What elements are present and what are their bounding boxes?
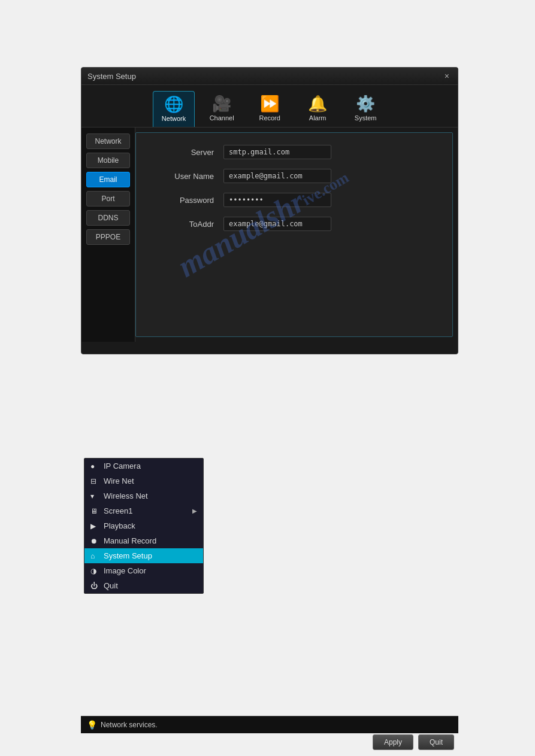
menu-item-wireless-net[interactable]: ▾ Wireless Net xyxy=(84,488,203,503)
sidebar-pppoe-btn[interactable]: PPPOE xyxy=(86,229,130,245)
tab-record-label: Record xyxy=(259,114,280,122)
toaddr-label: ToAddr xyxy=(154,220,214,229)
quit-icon: ⏻ xyxy=(90,582,101,590)
dialog-content: Network Mobile Email Port DDNS PPPOE Ser… xyxy=(81,127,458,342)
menu-item-ip-camera-label: IP Camera xyxy=(104,462,141,470)
email-form: Server User Name Password ToAddr xyxy=(135,132,453,337)
menu-item-wire-net[interactable]: ⊟ Wire Net xyxy=(84,473,203,488)
alarm-icon: 🔔 xyxy=(308,95,327,113)
toaddr-row: ToAddr xyxy=(154,217,434,231)
menu-item-playback[interactable]: ▶ Playback xyxy=(84,518,203,533)
tab-channel[interactable]: 🎥 Channel xyxy=(201,91,243,127)
username-input[interactable] xyxy=(223,169,331,183)
tab-network-label: Network xyxy=(162,115,186,122)
system-icon: ⚙️ xyxy=(356,95,375,113)
tab-network[interactable]: 🌐 Network xyxy=(153,91,195,127)
username-label: User Name xyxy=(154,172,214,181)
menu-item-quit[interactable]: ⏻ Quit xyxy=(84,578,203,593)
tab-alarm[interactable]: 🔔 Alarm xyxy=(297,91,338,127)
menu-item-image-color[interactable]: ◑ Image Color xyxy=(84,563,203,578)
screen1-arrow-icon: ▶ xyxy=(192,508,197,514)
tab-system-label: System xyxy=(355,114,377,122)
tab-record[interactable]: ⏩ Record xyxy=(249,91,291,127)
menu-item-image-color-label: Image Color xyxy=(104,566,146,575)
record-icon: ⏩ xyxy=(260,95,279,113)
server-label: Server xyxy=(154,148,214,157)
screen1-icon: 🖥 xyxy=(90,507,101,515)
sidebar-port-btn[interactable]: Port xyxy=(86,191,130,207)
password-input[interactable] xyxy=(223,193,331,207)
menu-item-screen1[interactable]: 🖥 Screen1 ▶ xyxy=(84,503,203,518)
tab-channel-label: Channel xyxy=(210,114,234,122)
system-setup-icon: ⌂ xyxy=(90,552,101,560)
sidebar-network-btn[interactable]: Network xyxy=(86,133,130,149)
sidebar-ddns-btn[interactable]: DDNS xyxy=(86,210,130,226)
dialog-title: System Setup xyxy=(87,72,136,81)
wire-net-icon: ⊟ xyxy=(90,477,101,485)
sidebar-mobile-btn[interactable]: Mobile xyxy=(86,153,130,168)
server-input[interactable] xyxy=(223,145,331,159)
channel-icon: 🎥 xyxy=(212,95,231,113)
menu-item-wireless-net-label: Wireless Net xyxy=(104,491,148,500)
tab-alarm-label: Alarm xyxy=(309,114,327,122)
menu-item-manual-record[interactable]: ⏺ Manual Record xyxy=(84,533,203,548)
wireless-net-icon: ▾ xyxy=(90,492,101,500)
password-label: Password xyxy=(154,196,214,205)
apply-button[interactable]: Apply xyxy=(373,734,413,750)
dialog-buttons: Apply Quit xyxy=(373,734,454,750)
status-text: Network services. xyxy=(101,721,158,729)
dialog-close-button[interactable]: × xyxy=(442,71,452,81)
status-icon: 💡 xyxy=(87,720,97,730)
menu-item-quit-label: Quit xyxy=(104,581,118,590)
manual-record-icon: ⏺ xyxy=(90,537,101,545)
context-menu: ● IP Camera ⊟ Wire Net ▾ Wireless Net 🖥 … xyxy=(84,458,204,594)
password-row: Password xyxy=(154,193,434,207)
system-setup-dialog: System Setup × 🌐 Network 🎥 Channel ⏩ Rec… xyxy=(81,67,458,354)
dialog-titlebar: System Setup × xyxy=(81,68,458,85)
server-row: Server xyxy=(154,145,434,159)
menu-item-ip-camera[interactable]: ● IP Camera xyxy=(84,459,203,473)
status-bar: 💡 Network services. xyxy=(81,716,458,733)
tab-bar: 🌐 Network 🎥 Channel ⏩ Record 🔔 Alarm ⚙️ … xyxy=(81,85,458,127)
menu-item-manual-record-label: Manual Record xyxy=(104,536,156,545)
ip-camera-icon: ● xyxy=(90,462,101,470)
quit-button[interactable]: Quit xyxy=(418,734,454,750)
menu-item-system-setup-label: System Setup xyxy=(104,551,152,560)
network-icon: 🌐 xyxy=(164,95,183,114)
toaddr-input[interactable] xyxy=(223,217,331,231)
sidebar: Network Mobile Email Port DDNS PPPOE xyxy=(81,127,135,342)
menu-item-system-setup[interactable]: ⌂ System Setup xyxy=(84,548,203,563)
image-color-icon: ◑ xyxy=(90,567,101,575)
menu-item-playback-label: Playback xyxy=(104,521,135,530)
username-row: User Name xyxy=(154,169,434,183)
sidebar-email-btn[interactable]: Email xyxy=(86,172,130,187)
menu-item-screen1-label: Screen1 xyxy=(104,506,132,515)
menu-item-wire-net-label: Wire Net xyxy=(104,476,134,485)
playback-icon: ▶ xyxy=(90,522,101,530)
tab-system[interactable]: ⚙️ System xyxy=(344,91,386,127)
